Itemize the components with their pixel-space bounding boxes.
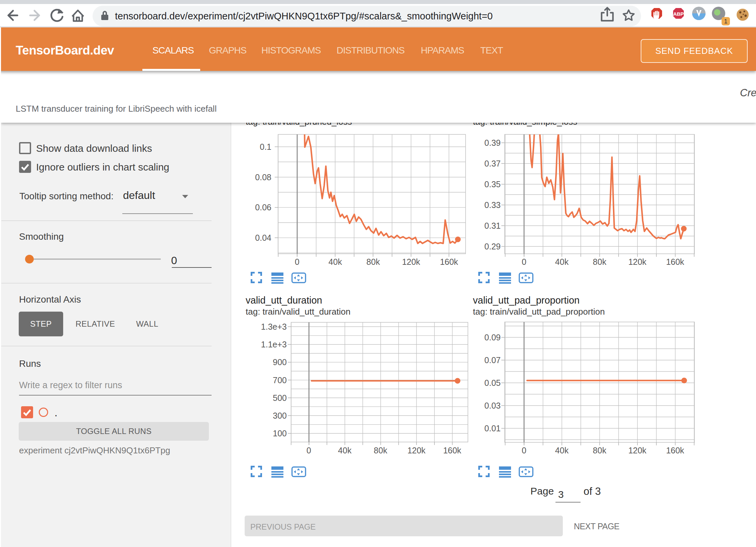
svg-text:0: 0 [522,446,526,455]
svg-text:valid_utt_duration: valid_utt_duration [246,295,322,306]
svg-text:1: 1 [724,18,727,25]
svg-text:0: 0 [306,446,311,455]
svg-text:80k: 80k [374,446,387,455]
svg-text:tag: train/valid_utt_pad_propo: tag: train/valid_utt_pad_proportion [473,307,605,317]
svg-text:160k: 160k [440,257,458,266]
svg-text:900: 900 [273,357,287,367]
svg-text:120k: 120k [628,257,647,266]
svg-text:0.03: 0.03 [484,401,501,410]
svg-text:0.07: 0.07 [484,355,501,365]
svg-text:100: 100 [273,429,287,438]
svg-text:160k: 160k [666,446,684,455]
svg-text:80k: 80k [593,446,607,455]
svg-text:0.33: 0.33 [484,200,501,210]
svg-text:80k: 80k [366,257,380,266]
svg-text:valid_utt_pad_proportion: valid_utt_pad_proportion [473,295,580,306]
svg-text:40k: 40k [329,257,342,266]
svg-text:300: 300 [273,411,287,420]
svg-text:40k: 40k [555,257,569,266]
svg-text:0.39: 0.39 [484,138,501,147]
svg-text:0.37: 0.37 [484,159,501,168]
svg-text:160k: 160k [666,257,684,266]
svg-text:0.08: 0.08 [255,173,271,182]
svg-text:0.29: 0.29 [484,242,501,251]
svg-text:0.35: 0.35 [484,180,501,189]
svg-text:1.1e+3: 1.1e+3 [261,340,287,349]
svg-text:0.09: 0.09 [484,333,501,342]
svg-text:0.31: 0.31 [484,221,501,230]
svg-text:ABP: ABP [673,11,684,17]
svg-text:tag: train/valid_utt_duration: tag: train/valid_utt_duration [246,307,351,317]
svg-text:0.01: 0.01 [484,424,501,433]
svg-text:1.3e+3: 1.3e+3 [261,322,287,331]
svg-text:0.06: 0.06 [255,203,271,212]
svg-text:0.1: 0.1 [260,142,271,151]
svg-text:0.05: 0.05 [484,378,501,388]
svg-text:120k: 120k [402,257,420,266]
svg-text:120k: 120k [407,446,426,455]
svg-text:0: 0 [522,257,526,266]
svg-text:0.04: 0.04 [255,233,271,242]
svg-text:160k: 160k [443,446,462,455]
svg-text:500: 500 [273,393,287,403]
svg-text:40k: 40k [555,446,569,455]
svg-text:700: 700 [273,375,287,385]
svg-text:120k: 120k [628,446,647,455]
svg-text:80k: 80k [593,257,607,266]
svg-text:40k: 40k [338,446,352,455]
svg-text:0: 0 [295,257,299,266]
